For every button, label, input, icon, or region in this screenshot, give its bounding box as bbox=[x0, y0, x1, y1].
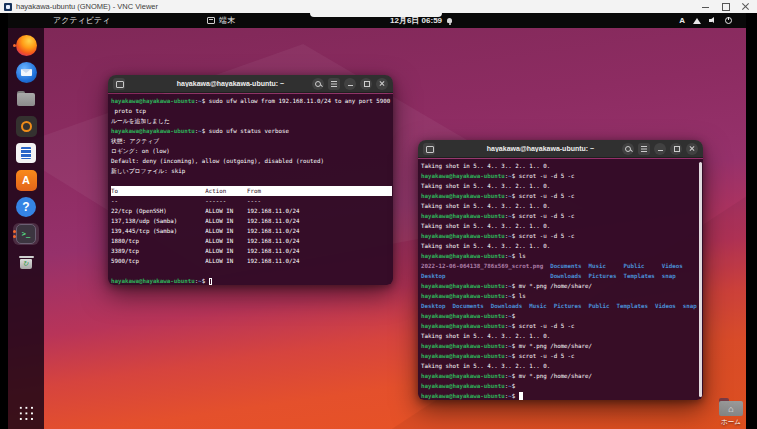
vnc-titlebar[interactable]: hayakawa-ubuntu (GNOME) - VNC Viewer bbox=[0, 0, 757, 13]
terminal-line: Taking shot in 5.. 4.. 3.. 2.. 1.. 0. bbox=[421, 161, 703, 171]
system-status-area[interactable]: A bbox=[679, 13, 732, 28]
terminal-line: hayakawa@hayakawa-ubuntu:~$ scrot -u -d … bbox=[421, 171, 703, 181]
terminal-headerbar[interactable]: hayakawa@hayakawa-ubuntu: ~ bbox=[418, 140, 703, 158]
terminal-scrollbar[interactable] bbox=[699, 162, 702, 397]
notification-bell-icon bbox=[447, 18, 452, 23]
terminal-line: Taking shot in 5.. 4.. 3.. 2.. 1.. 0. bbox=[421, 331, 703, 341]
terminal-line: hayakawa@hayakawa-ubuntu:~$ scrot -u -d … bbox=[421, 231, 703, 241]
terminal-line: hayakawa@hayakawa-ubuntu:~$ scrot -u -d … bbox=[421, 351, 703, 361]
terminal-line: To Action From bbox=[111, 186, 392, 196]
terminal-line: Taking shot in 5.. 4.. 3.. 2.. 1.. 0. bbox=[421, 221, 703, 231]
terminal-line: ロギング: on (low) bbox=[111, 146, 393, 156]
terminal-line: hayakawa@hayakawa-ubuntu:~$ scrot -u -d … bbox=[421, 191, 703, 201]
search-icon[interactable] bbox=[312, 78, 324, 90]
hamburger-menu-icon[interactable] bbox=[638, 143, 650, 155]
help-icon bbox=[16, 197, 36, 217]
focused-app-menu[interactable]: 端末 bbox=[207, 13, 235, 28]
terminal-output[interactable]: hayakawa@hayakawa-ubuntu:~$ sudo ufw all… bbox=[108, 94, 393, 285]
ubuntu-software-icon bbox=[16, 170, 37, 191]
running-indicator bbox=[13, 44, 16, 47]
terminal-line: -- ------ ---- bbox=[111, 196, 393, 206]
focused-app-name: 端末 bbox=[219, 15, 235, 26]
libreoffice-writer-icon bbox=[16, 143, 36, 163]
dock-trash[interactable] bbox=[13, 250, 39, 272]
minimize-icon[interactable] bbox=[654, 143, 666, 155]
dock-help[interactable] bbox=[13, 196, 39, 218]
terminal-title: hayakawa@hayakawa-ubuntu: ~ bbox=[148, 80, 313, 87]
terminal-line: Taking shot in 5.. 4.. 3.. 2.. 1.. 0. bbox=[421, 361, 703, 371]
network-icon bbox=[693, 18, 701, 24]
remote-desktop: アクティビティ 端末 12月6日 06:59 A bbox=[8, 13, 746, 429]
terminal-headerbar[interactable]: hayakawa@hayakawa-ubuntu: ~ bbox=[108, 75, 393, 93]
terminal-window-scrot: hayakawa@hayakawa-ubuntu: ~ Taking shot … bbox=[418, 140, 703, 400]
dock-libreoffice-writer[interactable] bbox=[13, 142, 39, 164]
terminal-line: hayakawa@hayakawa-ubuntu:~$ mv *.png /ho… bbox=[421, 281, 703, 291]
window-close-icon[interactable] bbox=[741, 2, 750, 11]
minimize-icon[interactable] bbox=[344, 78, 356, 90]
vnc-viewer-window: hayakawa-ubuntu (GNOME) - VNC Viewer アクテ… bbox=[0, 0, 757, 429]
terminal-line: 1880/tcp ALLOW IN 192.168.11.0/24 bbox=[111, 236, 393, 246]
window-minimize-icon[interactable] bbox=[701, 2, 710, 11]
power-icon bbox=[725, 17, 732, 24]
dock-files[interactable] bbox=[13, 88, 39, 110]
terminal-output[interactable]: Taking shot in 5.. 4.. 3.. 2.. 1.. 0.hay… bbox=[418, 159, 703, 400]
activities-button[interactable]: アクティビティ bbox=[53, 13, 110, 28]
terminal-line: hayakawa@hayakawa-ubuntu:~$ scrot -u -d … bbox=[421, 321, 703, 331]
terminal-line: hayakawa@hayakawa-ubuntu:~$ mv *.png /ho… bbox=[421, 341, 703, 351]
home-folder-icon: ⌂ bbox=[719, 398, 743, 416]
terminal-line: hayakawa@hayakawa-ubuntu:~$ ls bbox=[421, 291, 703, 301]
terminal-line bbox=[111, 266, 393, 276]
terminal-line: ルールを追加しました bbox=[111, 116, 393, 126]
terminal-line: Taking shot in 5.. 4.. 3.. 2.. 1.. 0. bbox=[421, 241, 703, 251]
hamburger-menu-icon[interactable] bbox=[328, 78, 340, 90]
maximize-icon[interactable] bbox=[360, 78, 372, 90]
files-icon bbox=[16, 91, 36, 107]
terminal-line: 3389/tcp ALLOW IN 192.168.11.0/24 bbox=[111, 246, 393, 256]
dock-firefox[interactable] bbox=[13, 34, 39, 56]
vnc-viewer-icon bbox=[4, 3, 12, 11]
running-indicator bbox=[13, 235, 16, 238]
terminal-line: 新しいプロファイル: skip bbox=[111, 166, 393, 176]
vnc-toolbar-tab[interactable] bbox=[310, 13, 442, 17]
thunderbird-icon bbox=[16, 62, 37, 83]
show-applications-icon bbox=[18, 405, 34, 421]
dock-terminal[interactable] bbox=[13, 223, 39, 245]
terminal-line: hayakawa@hayakawa-ubuntu:~$ bbox=[111, 276, 393, 285]
window-maximize-icon[interactable] bbox=[721, 2, 730, 11]
new-tab-button[interactable] bbox=[423, 143, 435, 155]
terminal-line: 22/tcp (OpenSSH) ALLOW IN 192.168.11.0/2… bbox=[111, 206, 393, 216]
trash-icon bbox=[18, 253, 35, 270]
firefox-icon bbox=[16, 35, 37, 56]
terminal-app-icon bbox=[207, 17, 215, 24]
terminal-line: 139,445/tcp (Samba) ALLOW IN 192.168.11.… bbox=[111, 226, 393, 236]
terminal-line: hayakawa@hayakawa-ubuntu:~$ sudo ufw sta… bbox=[111, 126, 393, 136]
maximize-icon[interactable] bbox=[670, 143, 682, 155]
terminal-cursor bbox=[519, 392, 523, 400]
terminal-line: Desktop Downloads Pictures Templates sna… bbox=[421, 271, 703, 281]
close-icon[interactable] bbox=[376, 78, 388, 90]
rhythmbox-icon bbox=[16, 116, 37, 137]
terminal-line: proto tcp bbox=[111, 106, 393, 116]
terminal-line: hayakawa@hayakawa-ubuntu:~$ bbox=[421, 311, 703, 321]
new-tab-button[interactable] bbox=[113, 78, 125, 90]
terminal-line: hayakawa@hayakawa-ubuntu:~$ sudo ufw all… bbox=[111, 96, 393, 106]
terminal-title: hayakawa@hayakawa-ubuntu: ~ bbox=[458, 145, 623, 152]
dock-thunderbird[interactable] bbox=[13, 61, 39, 83]
input-method-indicator[interactable]: A bbox=[679, 16, 685, 25]
terminal-line: Taking shot in 5.. 4.. 3.. 2.. 1.. 0. bbox=[421, 181, 703, 191]
terminal-line: Desktop Documents Downloads Music Pictur… bbox=[421, 301, 703, 311]
close-icon[interactable] bbox=[686, 143, 698, 155]
terminal-line: hayakawa@hayakawa-ubuntu:~$ bbox=[421, 381, 703, 391]
dock-show-applications[interactable] bbox=[13, 402, 39, 424]
terminal-cursor bbox=[209, 278, 212, 285]
terminal-line: hayakawa@hayakawa-ubuntu:~$ scrot -u -d … bbox=[421, 211, 703, 221]
dock-ubuntu-software[interactable] bbox=[13, 169, 39, 191]
vnc-window-title: hayakawa-ubuntu (GNOME) - VNC Viewer bbox=[16, 2, 701, 11]
desktop-home-folder[interactable]: ⌂ ホーム bbox=[710, 398, 746, 427]
terminal-line: hayakawa@hayakawa-ubuntu:~$ ls bbox=[421, 251, 703, 261]
dock-rhythmbox[interactable] bbox=[13, 115, 39, 137]
terminal-line bbox=[111, 176, 393, 186]
search-icon[interactable] bbox=[622, 143, 634, 155]
terminal-line: Default: deny (incoming), allow (outgoin… bbox=[111, 156, 393, 166]
terminal-line: Taking shot in 5.. 4.. 3.. 2.. 1.. 0. bbox=[421, 201, 703, 211]
